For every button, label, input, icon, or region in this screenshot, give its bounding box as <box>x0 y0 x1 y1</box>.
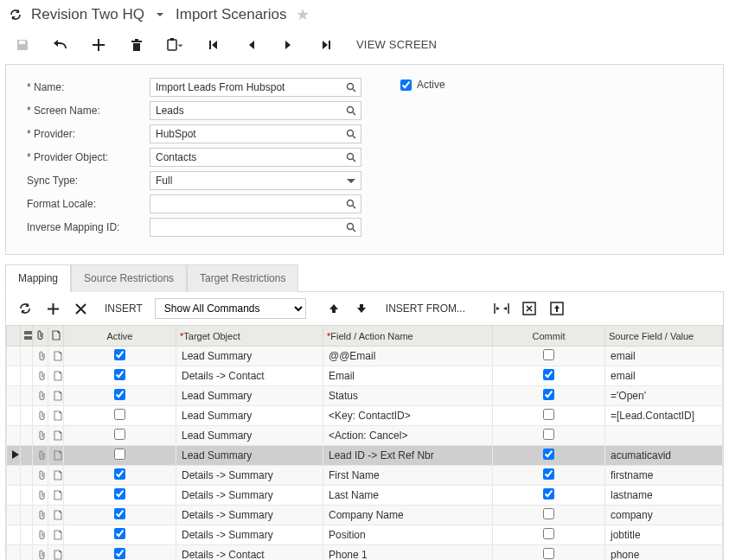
grid-refresh-button[interactable] <box>13 297 37 320</box>
attachment-icon[interactable] <box>33 466 48 486</box>
upload-button[interactable] <box>545 297 569 320</box>
cell-source[interactable]: email <box>605 366 723 386</box>
grid-delete-button[interactable] <box>68 297 93 320</box>
insert-from-button[interactable]: INSERT FROM... <box>377 302 474 315</box>
commit-checkbox[interactable] <box>543 369 554 380</box>
tab-mapping[interactable]: Mapping <box>5 264 71 292</box>
cell-target-object[interactable]: Details -> Summary <box>176 525 323 545</box>
table-row[interactable]: Details -> SummaryLast Namelastname <box>7 486 723 506</box>
cell-target-object[interactable]: Details -> Summary <box>176 506 323 525</box>
cell-target-object[interactable]: Details -> Summary <box>176 486 323 506</box>
note-icon[interactable] <box>48 366 64 386</box>
attachment-icon[interactable] <box>33 525 48 545</box>
cell-commit[interactable] <box>493 545 605 561</box>
active-checkbox[interactable] <box>114 349 125 360</box>
note-icon[interactable] <box>48 486 64 506</box>
cell-active[interactable] <box>64 386 176 406</box>
cell-commit[interactable] <box>493 466 605 486</box>
active-checkbox[interactable] <box>114 548 125 559</box>
commit-checkbox[interactable] <box>543 548 554 559</box>
note-icon[interactable] <box>48 446 64 466</box>
col-target-object[interactable]: *Target Object <box>176 326 323 347</box>
row-handle[interactable] <box>21 426 33 446</box>
note-icon[interactable] <box>48 525 64 545</box>
cell-source[interactable]: firstname <box>605 466 723 486</box>
cell-active[interactable] <box>64 466 176 486</box>
cell-target-object[interactable]: Lead Summary <box>176 386 323 406</box>
company-dropdown-icon[interactable] <box>153 8 167 22</box>
commit-checkbox[interactable] <box>543 409 554 420</box>
cell-field[interactable]: First Name <box>323 466 493 486</box>
row-handle[interactable] <box>21 446 33 466</box>
row-handle[interactable] <box>21 406 33 426</box>
prev-record-button[interactable] <box>232 32 270 58</box>
cell-source[interactable]: =[Lead.ContactID] <box>605 406 723 426</box>
active-checkbox[interactable] <box>114 429 125 440</box>
clipboard-menu-button[interactable] <box>156 32 194 58</box>
cell-field[interactable]: Lead ID -> Ext Ref Nbr <box>323 446 493 466</box>
attachment-icon[interactable] <box>33 426 48 446</box>
provider-object-input[interactable] <box>150 148 361 167</box>
commit-checkbox[interactable] <box>543 389 554 400</box>
row-handle[interactable] <box>21 486 33 506</box>
cell-commit[interactable] <box>493 426 605 446</box>
commit-checkbox[interactable] <box>543 528 554 539</box>
add-button[interactable] <box>80 32 118 58</box>
cell-active[interactable] <box>64 406 176 426</box>
cell-target-object[interactable]: Lead Summary <box>176 406 323 426</box>
name-input[interactable] <box>150 78 361 97</box>
cell-source[interactable]: phone <box>605 545 723 561</box>
cell-source[interactable]: acumaticavid <box>605 446 723 466</box>
active-checkbox[interactable] <box>114 369 125 380</box>
note-icon[interactable] <box>48 545 64 561</box>
cell-active[interactable] <box>64 366 176 386</box>
note-icon[interactable] <box>48 426 64 446</box>
cell-source[interactable]: ='Open' <box>605 386 723 406</box>
cell-field[interactable]: <Key: ContactID> <box>323 406 493 426</box>
note-icon[interactable] <box>48 386 64 406</box>
grid-filter-select[interactable]: Show All Commands <box>155 298 306 319</box>
fit-columns-button[interactable] <box>489 297 514 320</box>
row-handle[interactable] <box>21 386 33 406</box>
table-row[interactable]: Details -> SummaryCompany Namecompany <box>7 506 723 525</box>
cell-source[interactable]: jobtitle <box>605 525 723 545</box>
row-handle[interactable] <box>21 366 33 386</box>
commit-checkbox[interactable] <box>543 508 554 519</box>
table-row[interactable]: Lead SummaryStatus='Open' <box>7 386 723 406</box>
active-checkbox[interactable] <box>114 488 125 500</box>
col-source[interactable]: Source Field / Value <box>605 326 723 347</box>
cell-target-object[interactable]: Details -> Contact <box>176 545 323 561</box>
grid-insert-button[interactable]: INSERT <box>96 302 151 315</box>
cell-field[interactable]: Company Name <box>323 506 493 525</box>
cell-source[interactable]: email <box>605 347 723 366</box>
table-row[interactable]: Details -> SummaryPositionjobtitle <box>7 525 723 545</box>
note-icon[interactable] <box>48 506 64 525</box>
active-checkbox[interactable] <box>114 468 125 480</box>
cell-target-object[interactable]: Details -> Contact <box>176 366 323 386</box>
next-record-button[interactable] <box>270 32 308 58</box>
cell-target-object[interactable]: Lead Summary <box>176 347 323 366</box>
row-handle[interactable] <box>21 545 33 561</box>
provider-input[interactable] <box>150 124 361 143</box>
cell-commit[interactable] <box>493 525 605 545</box>
active-checkbox[interactable] <box>114 409 125 420</box>
cell-field[interactable]: @@Email <box>323 347 493 366</box>
row-handle[interactable] <box>21 347 33 366</box>
screen-name-input[interactable] <box>150 101 361 120</box>
commit-checkbox[interactable] <box>543 468 554 480</box>
col-commit[interactable]: Commit <box>493 326 605 347</box>
commit-checkbox[interactable] <box>543 449 554 460</box>
export-excel-button[interactable] <box>517 297 541 320</box>
commit-checkbox[interactable] <box>543 488 554 500</box>
col-handle[interactable] <box>21 326 33 347</box>
note-icon[interactable] <box>48 347 64 366</box>
cell-field[interactable]: Status <box>323 386 493 406</box>
cell-source[interactable]: lastname <box>605 486 723 506</box>
cell-commit[interactable] <box>493 406 605 426</box>
cell-active[interactable] <box>64 506 176 525</box>
cell-active[interactable] <box>64 545 176 561</box>
active-checkbox[interactable] <box>400 80 412 91</box>
cell-commit[interactable] <box>493 486 605 506</box>
cell-active[interactable] <box>64 426 176 446</box>
attachment-icon[interactable] <box>33 366 48 386</box>
